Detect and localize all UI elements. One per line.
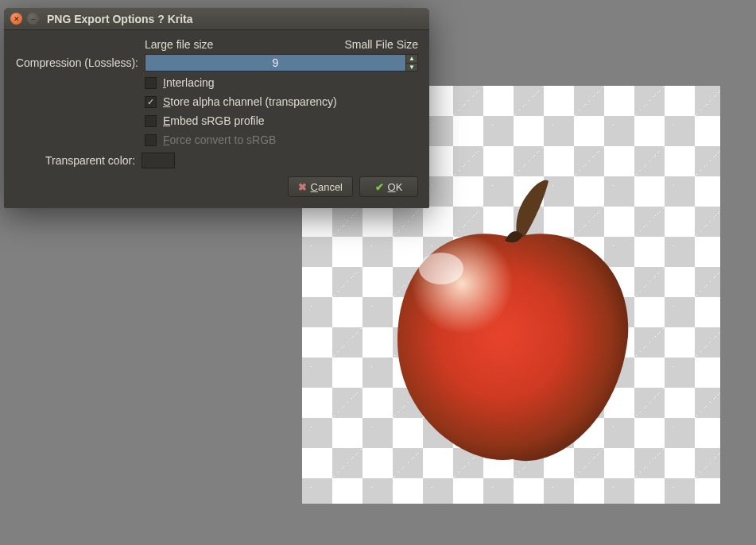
window-minimize-button[interactable]: –	[27, 13, 39, 25]
hint-small-file: Small File Size	[344, 38, 418, 51]
store-alpha-label: Store alpha channel (transparency)	[163, 95, 337, 108]
dialog-titlebar[interactable]: ✕ – PNG Export Options ? Krita	[4, 8, 429, 30]
compression-step-down[interactable]: ▼	[406, 64, 417, 72]
force-srgb-checkbox: Force convert to sRGB	[145, 133, 418, 146]
compression-value[interactable]: 9	[145, 54, 405, 72]
embed-srgb-checkbox[interactable]: Embed sRGB profile	[145, 114, 418, 127]
ok-button[interactable]: ✔ OK	[359, 176, 418, 197]
png-export-dialog: ✕ – PNG Export Options ? Krita Large fil…	[4, 8, 429, 208]
embed-srgb-label: Embed sRGB profile	[163, 114, 265, 127]
ok-label: OK	[388, 181, 403, 193]
store-alpha-checkbox[interactable]: ✓ Store alpha channel (transparency)	[145, 95, 418, 108]
compression-spinbox[interactable]: 9 ▲ ▼	[145, 54, 418, 72]
svg-point-0	[419, 253, 463, 284]
dialog-title: PNG Export Options ? Krita	[47, 13, 193, 25]
checkbox-icon	[145, 134, 157, 146]
compression-step-up[interactable]: ▲	[406, 55, 417, 64]
transparent-color-label: Transparent color:	[15, 154, 142, 167]
force-srgb-label: Force convert to sRGB	[163, 133, 276, 146]
window-close-button[interactable]: ✕	[10, 13, 22, 25]
cancel-icon: ✖	[298, 181, 307, 193]
interlacing-checkbox[interactable]: Interlacing	[145, 76, 418, 89]
checkbox-icon: ✓	[145, 96, 157, 108]
transparent-color-swatch[interactable]	[142, 153, 175, 168]
compression-label: Compression (Lossless):	[15, 56, 145, 69]
interlacing-label: Interlacing	[163, 76, 215, 89]
checkbox-icon	[145, 115, 157, 127]
cancel-button[interactable]: ✖ Cancel	[288, 176, 353, 197]
checkbox-icon	[145, 77, 157, 89]
hint-large-file: Large file size	[145, 38, 213, 51]
cancel-label: Cancel	[311, 181, 343, 193]
ok-icon: ✔	[375, 181, 384, 193]
